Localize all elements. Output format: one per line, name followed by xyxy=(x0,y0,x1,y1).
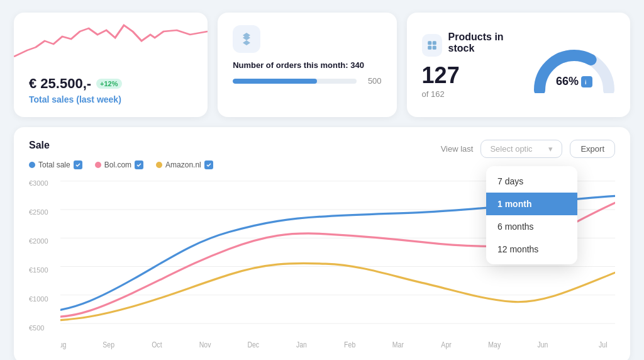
svg-text:Sep: Sep xyxy=(103,340,114,349)
y-label-2500: €2500 xyxy=(29,208,48,216)
legend-dot-bolcom xyxy=(95,162,101,168)
stock-of: of 162 xyxy=(422,89,523,99)
sales-label: Total sales (last week) xyxy=(29,94,192,104)
chevron-down-icon: ▾ xyxy=(548,144,553,154)
svg-text:Jul: Jul xyxy=(599,340,607,349)
sparkline-container xyxy=(14,13,208,69)
legend-amazon: Amazon.nl xyxy=(156,160,213,169)
svg-text:Nov: Nov xyxy=(199,340,211,349)
gauge-container: 66% i xyxy=(533,37,615,93)
legend-total-sale: Total sale xyxy=(29,160,82,169)
svg-text:Oct: Oct xyxy=(152,340,162,349)
chart-card: Sale View last Select optic ▾ 7 days 1 m… xyxy=(14,127,630,360)
y-label-1500: €1500 xyxy=(29,266,48,274)
orders-label: Number of orders this month: 340 xyxy=(233,60,381,70)
dropdown-item-7days[interactable]: 7 days xyxy=(486,170,577,193)
gauge-percent: 66% xyxy=(556,75,579,88)
dropbox-icon xyxy=(233,25,260,53)
legend-label-total: Total sale xyxy=(38,160,70,169)
progress-max: 500 xyxy=(363,76,382,86)
gauge-info-icon: i xyxy=(581,76,592,87)
legend-bolcom: Bol.com xyxy=(95,160,143,169)
y-label-3000: €3000 xyxy=(29,179,48,187)
export-button[interactable]: Export xyxy=(570,140,615,158)
orders-count: 340 xyxy=(350,60,364,70)
svg-text:Aug: Aug xyxy=(60,340,66,349)
legend-dot-amazon xyxy=(156,162,162,168)
legend-dot-total xyxy=(29,162,35,168)
chart-controls: View last Select optic ▾ 7 days 1 month … xyxy=(441,140,615,158)
svg-text:May: May xyxy=(488,340,501,349)
svg-text:Jun: Jun xyxy=(537,340,548,349)
dropdown-menu: 7 days 1 month 6 months 12 months xyxy=(486,166,577,264)
progress-track xyxy=(233,79,356,84)
svg-text:Jan: Jan xyxy=(296,340,307,349)
y-label-1000: €1000 xyxy=(29,295,48,303)
stock-number: 127 xyxy=(422,64,523,87)
orders-progress: 500 xyxy=(233,76,381,86)
stock-title: Products in stock xyxy=(448,31,523,54)
stock-icon xyxy=(422,34,442,57)
dropdown-item-12months[interactable]: 12 months xyxy=(486,238,577,261)
dropdown-item-1month[interactable]: 1 month xyxy=(486,193,577,215)
orders-description: Number of orders this month: xyxy=(233,60,348,70)
svg-rect-3 xyxy=(432,45,436,49)
chart-header: Sale View last Select optic ▾ 7 days 1 m… xyxy=(29,140,615,158)
view-last-label: View last xyxy=(441,144,474,154)
svg-text:Feb: Feb xyxy=(344,340,355,349)
svg-text:Dec: Dec xyxy=(247,340,259,349)
dropdown-item-6months[interactable]: 6 months xyxy=(486,215,577,238)
top-cards-row: € 25.500,- +12% Total sales (last week) … xyxy=(14,13,630,117)
sales-card: € 25.500,- +12% Total sales (last week) xyxy=(14,13,208,117)
dashboard: € 25.500,- +12% Total sales (last week) … xyxy=(14,13,630,360)
legend-check-total xyxy=(74,160,82,169)
gauge-label: 66% i xyxy=(556,75,592,88)
svg-rect-1 xyxy=(432,41,436,45)
sales-badge: +12% xyxy=(96,79,121,89)
select-optic-placeholder: Select optic xyxy=(490,144,532,154)
svg-rect-0 xyxy=(428,41,431,45)
sales-amount: € 25.500,- xyxy=(29,76,91,92)
y-label-2000: €2000 xyxy=(29,237,48,245)
progress-fill xyxy=(233,79,317,84)
svg-text:Apr: Apr xyxy=(441,340,452,349)
svg-text:i: i xyxy=(585,79,587,85)
legend-check-bolcom xyxy=(135,160,143,169)
sales-card-content: € 25.500,- +12% Total sales (last week) xyxy=(29,76,192,104)
chart-title: Sale xyxy=(29,140,50,151)
stock-info: Products in stock 127 of 162 xyxy=(422,31,523,99)
legend-label-amazon: Amazon.nl xyxy=(165,160,201,169)
select-optic-dropdown[interactable]: Select optic ▾ xyxy=(480,140,562,158)
orders-card: Number of orders this month: 340 500 xyxy=(218,13,396,117)
svg-text:Mar: Mar xyxy=(392,340,404,349)
y-label-500: €500 xyxy=(29,324,48,332)
svg-rect-2 xyxy=(428,45,431,49)
legend-check-amazon xyxy=(204,160,213,169)
stock-card: Products in stock 127 of 162 66% i xyxy=(407,13,630,117)
legend-label-bolcom: Bol.com xyxy=(104,160,131,169)
